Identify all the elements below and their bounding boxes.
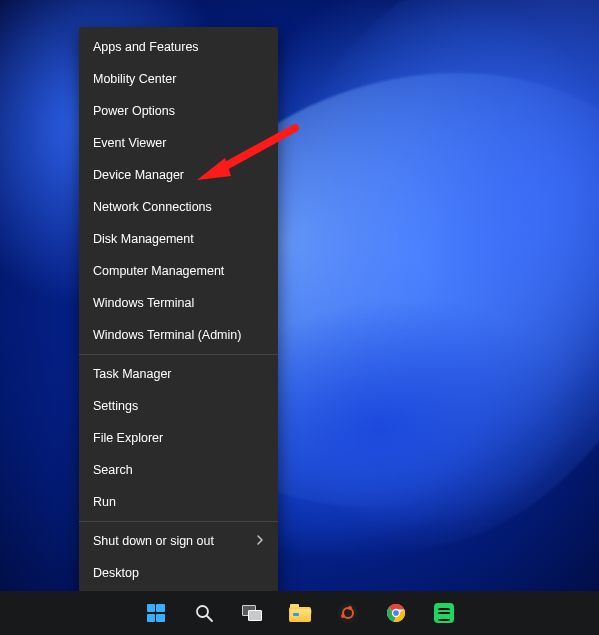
ubuntu-button[interactable] [330,595,366,631]
menu-item-label: Power Options [93,95,175,127]
menu-item-power-options[interactable]: Power Options [79,95,278,127]
menu-item-shut-down-or-sign-out[interactable]: Shut down or sign out [79,525,278,557]
spotify-button[interactable] [426,595,462,631]
menu-item-label: Computer Management [93,255,224,287]
menu-item-search[interactable]: Search [79,454,278,486]
menu-item-label: Apps and Features [93,31,199,63]
task-view-icon [242,605,262,621]
menu-item-label: Mobility Center [93,63,176,95]
svg-point-2 [197,606,208,617]
menu-item-label: Disk Management [93,223,194,255]
menu-item-desktop[interactable]: Desktop [79,557,278,589]
menu-item-mobility-center[interactable]: Mobility Center [79,63,278,95]
winx-context-menu: Apps and FeaturesMobility CenterPower Op… [79,27,278,593]
search-icon [194,603,214,623]
svg-line-3 [207,616,212,621]
start-button[interactable] [138,595,174,631]
menu-item-event-viewer[interactable]: Event Viewer [79,127,278,159]
chrome-button[interactable] [378,595,414,631]
menu-separator [79,521,278,522]
menu-item-label: File Explorer [93,422,163,454]
menu-item-label: Settings [93,390,138,422]
menu-item-computer-management[interactable]: Computer Management [79,255,278,287]
menu-item-device-manager[interactable]: Device Manager [79,159,278,191]
menu-item-label: Network Connections [93,191,212,223]
menu-item-label: Desktop [93,557,139,589]
chevron-right-icon [256,525,264,557]
menu-item-label: Device Manager [93,159,184,191]
taskbar [0,591,599,635]
menu-separator [79,354,278,355]
ubuntu-icon [338,603,358,623]
search-button[interactable] [186,595,222,631]
file-explorer-icon [289,604,311,622]
svg-point-5 [392,610,399,617]
menu-item-disk-management[interactable]: Disk Management [79,223,278,255]
menu-item-run[interactable]: Run [79,486,278,518]
spotify-icon [434,603,454,623]
task-view-button[interactable] [234,595,270,631]
chrome-icon [386,603,406,623]
menu-item-label: Shut down or sign out [93,525,214,557]
menu-item-label: Windows Terminal (Admin) [93,319,241,351]
windows-logo-icon [147,604,165,622]
menu-item-apps-and-features[interactable]: Apps and Features [79,31,278,63]
menu-item-label: Task Manager [93,358,172,390]
menu-item-label: Event Viewer [93,127,166,159]
menu-item-label: Run [93,486,116,518]
menu-item-file-explorer[interactable]: File Explorer [79,422,278,454]
menu-item-task-manager[interactable]: Task Manager [79,358,278,390]
menu-item-settings[interactable]: Settings [79,390,278,422]
desktop: Apps and FeaturesMobility CenterPower Op… [0,0,599,635]
menu-item-windows-terminal[interactable]: Windows Terminal [79,287,278,319]
menu-item-network-connections[interactable]: Network Connections [79,191,278,223]
file-explorer-button[interactable] [282,595,318,631]
menu-item-label: Windows Terminal [93,287,194,319]
menu-item-label: Search [93,454,133,486]
menu-item-windows-terminal-admin-[interactable]: Windows Terminal (Admin) [79,319,278,351]
